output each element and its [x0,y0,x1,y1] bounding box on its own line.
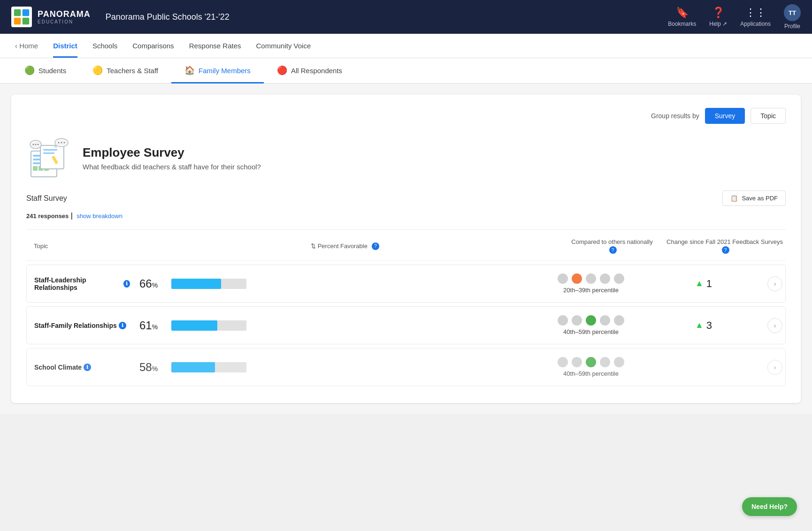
topic-info-icon-2[interactable]: ℹ [119,322,126,329]
sort-percent[interactable]: ⇅ Percent Favorable ? [130,243,560,250]
nav-district[interactable]: District [53,34,77,58]
responses-count: 241 responses [26,212,69,220]
survey-title: Employee Survey What feedback did teache… [83,145,261,171]
main-content: Group results by Survey Topic [0,83,812,414]
dot-1-3 [586,273,596,284]
dot-3-4 [600,357,610,367]
divider [26,229,786,230]
teachers-icon: 🟡 [92,65,103,76]
chevron-right-button-2[interactable]: › [767,318,782,333]
nav-response-rates[interactable]: Response Rates [189,34,241,58]
nav-schools[interactable]: Schools [92,34,117,58]
svg-rect-8 [33,166,38,171]
dot-2-5 [614,315,624,326]
svg-point-19 [58,142,60,144]
svg-rect-13 [43,152,54,154]
topic-info-icon-1[interactable]: ℹ [123,280,130,288]
table-row: School Climate ℹ 58% 40th–59th perc [26,348,786,386]
family-icon: 🏠 [184,65,195,76]
dot-3-1 [558,357,568,367]
change-info-icon[interactable]: ? [722,246,729,254]
bookmarks-button[interactable]: 🔖 Bookmarks [668,7,696,27]
staff-survey-label: Staff Survey [26,194,67,203]
change-cell-2: ▲ 3 [643,319,765,332]
help-button[interactable]: ❓ Help ↗ [709,7,727,27]
tab-all-respondents[interactable]: 🔴 All Respondents [264,59,355,83]
table-row: Staff-Family Relationships ℹ 61% 40 [26,306,786,344]
chevron-right-button-3[interactable]: › [767,360,782,375]
help-icon: ❓ [712,7,725,19]
row-chevron-3: › [765,360,785,375]
percent-value-1: 66% [139,277,166,290]
bar-fill-3 [171,362,215,372]
save-pdf-button[interactable]: 📋 Save as PDF [722,190,786,206]
survey-description: What feedback did teachers & staff have … [83,163,261,171]
row-chevron-2: › [765,318,785,333]
respondents-icon: 🔴 [277,65,287,76]
dot-1-4 [600,273,610,284]
percentile-label-3: 40th–59th percentile [563,370,619,377]
dots-row-3 [558,357,624,367]
tab-family-members[interactable]: 🏠 Family Members [171,59,264,83]
tab-students[interactable]: 🟢 Students [11,59,79,83]
th-percent: ⇅ Percent Favorable ? [130,243,560,250]
profile-button[interactable]: TT Profile [784,4,801,30]
percentile-label-2: 40th–59th percentile [563,328,619,335]
percent-cell-3: 58% [130,361,539,374]
percentile-label-1: 20th–39th percentile [563,287,619,294]
svg-point-16 [35,144,37,145]
nav-community-voice[interactable]: Community Voice [256,34,311,58]
dot-3-5 [614,357,624,367]
secondary-nav: ‹ Home District Schools Comparisons Resp… [0,34,812,58]
breakdown-link[interactable]: show breakdown [77,212,123,220]
content-card: Group results by Survey Topic [11,95,801,403]
tab-bar: 🟢 Students 🟡 Teachers & Staff 🏠 Family M… [0,58,812,83]
table-header: Topic ⇅ Percent Favorable ? Compared to … [26,234,786,261]
applications-button[interactable]: ⋮⋮ Applications [740,7,771,27]
dots-cell-1: 20th–39th percentile [539,273,643,294]
th-change: Change since Fall 2021 Feedback Surveys … [664,238,786,254]
dot-3-2 [572,357,582,367]
svg-point-20 [61,142,62,144]
bar-container-2 [171,320,246,331]
dots-row-2 [558,315,624,326]
svg-rect-2 [14,18,21,24]
percent-value-2: 61% [139,319,166,332]
group-by-survey-button[interactable]: Survey [705,108,745,124]
percent-cell-1: 66% [130,277,539,290]
bar-container-1 [171,279,246,289]
chevron-right-button-1[interactable]: › [767,276,782,291]
group-results-bar: Group results by Survey Topic [26,108,786,124]
bar-container-3 [171,362,246,372]
top-nav: PANORAMA EDUCATION Panorama Public Schoo… [0,0,812,34]
dots-row-1 [558,273,624,284]
survey-illustration [26,137,73,179]
row-topic-3: School Climate ℹ [27,364,130,371]
nav-home[interactable]: ‹ Home [15,34,38,58]
group-by-topic-button[interactable]: Topic [751,108,786,124]
dots-cell-3: 40th–59th percentile [539,357,643,377]
bar-fill-2 [171,320,217,331]
logo-area: PANORAMA EDUCATION Panorama Public Schoo… [11,7,230,27]
nav-comparisons[interactable]: Comparisons [132,34,174,58]
dots-cell-2: 40th–59th percentile [539,315,643,335]
dot-1-5 [614,273,624,284]
svg-rect-3 [23,18,29,24]
dot-2-4 [600,315,610,326]
save-pdf-icon: 📋 [730,195,738,202]
topic-info-icon-3[interactable]: ℹ [84,364,91,371]
tab-teachers-staff[interactable]: 🟡 Teachers & Staff [79,59,171,83]
svg-rect-1 [23,9,29,16]
compared-info-icon[interactable]: ? [609,246,617,254]
svg-rect-12 [43,149,57,151]
th-topic: Topic [26,243,130,250]
survey-name: Employee Survey [83,145,261,160]
bookmark-icon: 🔖 [676,7,689,19]
grid-icon: ⋮⋮ [745,7,766,19]
percent-value-3: 58% [139,361,166,374]
change-cell-1: ▲ 1 [643,278,765,290]
row-topic-2: Staff-Family Relationships ℹ [27,322,130,329]
percent-info-icon[interactable]: ? [372,243,379,250]
arrow-up-icon-1: ▲ [695,279,704,288]
logo-box [11,7,32,27]
